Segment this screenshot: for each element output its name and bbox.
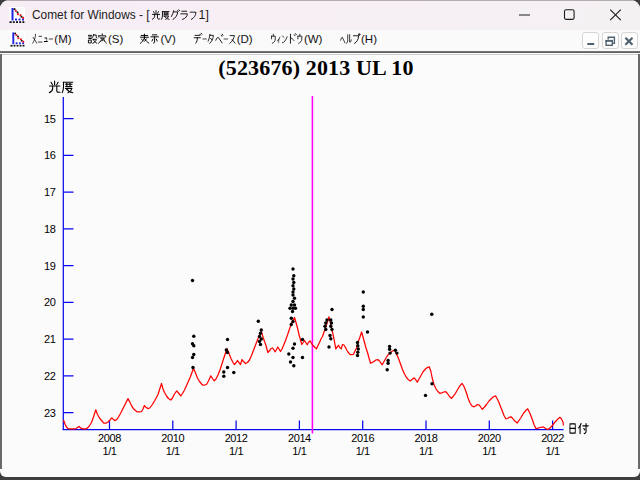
svg-text:1/1: 1/1 [356, 445, 370, 457]
svg-text:2020: 2020 [478, 432, 501, 444]
svg-text:1/1: 1/1 [229, 445, 243, 457]
svg-text:1/1: 1/1 [419, 445, 433, 457]
svg-text:1/1: 1/1 [482, 445, 496, 457]
svg-text:(M): (M) [54, 33, 71, 45]
svg-text:20: 20 [44, 296, 56, 308]
svg-text:2022: 2022 [541, 432, 564, 444]
svg-text:2012: 2012 [225, 432, 248, 444]
svg-text:1]: 1] [199, 8, 209, 22]
svg-text:1/1: 1/1 [546, 445, 560, 457]
svg-text:19: 19 [44, 260, 56, 272]
svg-text:2016: 2016 [351, 432, 374, 444]
svg-text:22: 22 [44, 370, 56, 382]
svg-text:18: 18 [44, 223, 56, 235]
svg-text:16: 16 [44, 149, 56, 161]
svg-text:(S): (S) [108, 33, 124, 45]
svg-text:1/1: 1/1 [102, 445, 116, 457]
svg-text:1/1: 1/1 [166, 445, 180, 457]
svg-text:2008: 2008 [98, 432, 121, 444]
svg-text:15: 15 [44, 113, 56, 125]
svg-text:(523676) 2013 UL 10: (523676) 2013 UL 10 [218, 55, 413, 80]
svg-text:2014: 2014 [288, 432, 311, 444]
svg-text:(V): (V) [160, 33, 176, 45]
svg-text:(W): (W) [304, 33, 323, 45]
svg-text:23: 23 [44, 407, 56, 419]
svg-text:(D): (D) [237, 33, 253, 45]
svg-text:1/1: 1/1 [292, 445, 306, 457]
svg-text:2018: 2018 [415, 432, 438, 444]
svg-text:2010: 2010 [161, 432, 184, 444]
svg-text:(H): (H) [361, 33, 377, 45]
svg-text:21: 21 [44, 333, 56, 345]
svg-text:17: 17 [44, 186, 56, 198]
